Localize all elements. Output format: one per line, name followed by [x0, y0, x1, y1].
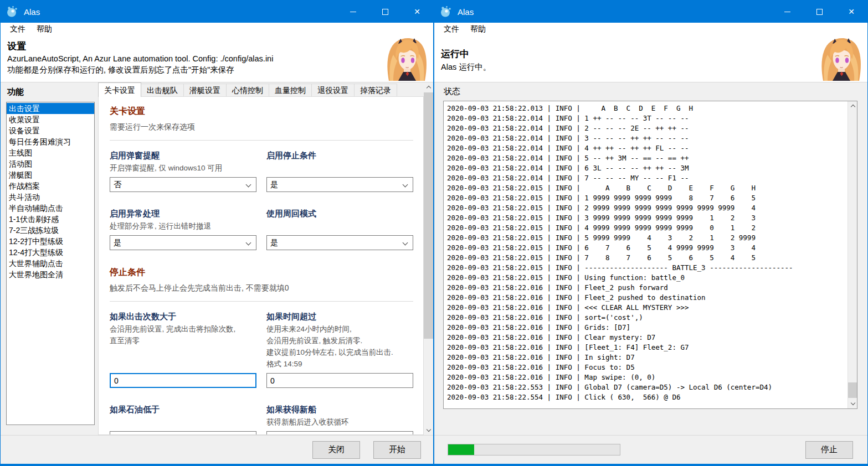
- log-time: 2020-09-03 21:58:22.015: [447, 234, 543, 242]
- titlebar[interactable]: Alas ✕: [434, 1, 867, 23]
- header-description-1: AzurLaneAutoScript, An Azur Lane automat…: [7, 54, 433, 63]
- maximize-button[interactable]: [803, 1, 835, 23]
- log-time: 2020-09-03 21:58:22.014: [447, 174, 543, 182]
- function-listbox[interactable]: 出击设置收菜设置设备设置每日任务困难演习主线图活动图潜艇图作战档案共斗活动半自动…: [6, 102, 95, 425]
- tab[interactable]: 潜艇设置: [183, 84, 227, 97]
- maximize-button[interactable]: [369, 1, 401, 23]
- menu-help[interactable]: 帮助: [31, 23, 58, 35]
- menu-file[interactable]: 文件: [438, 23, 465, 35]
- if-oil-label: 如果石油低于: [110, 403, 256, 415]
- sidebar-item[interactable]: 每日任务困难演习: [7, 136, 94, 147]
- minimize-button[interactable]: [771, 1, 803, 23]
- tab[interactable]: 出击舰队: [141, 84, 184, 97]
- tab[interactable]: 血量控制: [269, 84, 312, 97]
- log-line: 2020-09-03 21:58:22.553 | INFO | Global …: [447, 382, 844, 392]
- if-new-ship-select[interactable]: 否: [266, 431, 413, 435]
- menu-help[interactable]: 帮助: [465, 23, 491, 35]
- scroll-thumb[interactable]: [848, 382, 857, 398]
- log-time: 2020-09-03 21:58:22.015: [447, 263, 543, 272]
- if-new-ship-desc: 获得新船后进入收获循环: [266, 416, 413, 428]
- log-separator: |: [572, 184, 585, 192]
- sidebar-item[interactable]: 设备设置: [7, 125, 94, 136]
- enable-popup-select[interactable]: 否: [110, 177, 256, 192]
- log-separator: |: [572, 124, 585, 132]
- sidebar-item[interactable]: 1-1伏击刷好感: [7, 214, 94, 225]
- log-time: 2020-09-03 21:58:22.015: [447, 253, 543, 262]
- log-message: Fleet_2 push forward: [584, 283, 668, 292]
- tab[interactable]: 关卡设置: [98, 82, 141, 97]
- start-button[interactable]: 开始: [373, 441, 421, 459]
- log-line: 2020-09-03 21:58:22.014 | INFO | 4 ++ ++…: [447, 143, 844, 153]
- log-message: A B C D E F G H: [584, 184, 756, 192]
- sidebar-item[interactable]: 7-2三战拣垃圾: [7, 225, 94, 236]
- log-message: Focus to: D5: [584, 363, 634, 371]
- log-level: INFO: [556, 353, 572, 361]
- log-separator: |: [572, 154, 585, 162]
- loop-mode-select[interactable]: 是: [266, 235, 413, 250]
- log-time: 2020-09-03 21:58:22.015: [447, 214, 543, 222]
- log-level: INFO: [556, 323, 572, 332]
- tab[interactable]: 掉落记录: [354, 84, 397, 97]
- scroll-up-button[interactable]: [424, 82, 433, 92]
- menu-file[interactable]: 文件: [4, 23, 31, 35]
- enable-stop-select[interactable]: 是: [266, 177, 413, 192]
- sidebar-item[interactable]: 主线图: [7, 147, 94, 158]
- log-level: INFO: [556, 293, 572, 302]
- log-message: Click ( 630, 566) @ D6: [584, 393, 680, 401]
- log-separator: |: [572, 353, 585, 361]
- log-level: INFO: [556, 303, 572, 312]
- sidebar-item[interactable]: 大世界辅助点击: [7, 258, 94, 269]
- log-separator: |: [543, 124, 556, 132]
- sidebar-item[interactable]: 收菜设置: [7, 114, 94, 125]
- tab[interactable]: 退役设置: [311, 84, 355, 97]
- log-message: Grids: [D7]: [584, 323, 630, 332]
- log-separator: |: [572, 393, 585, 401]
- chevron-down-icon: [426, 427, 430, 432]
- sidebar-item[interactable]: 半自动辅助点击: [7, 203, 94, 214]
- sidebar-item[interactable]: 12-4打大型练级: [7, 247, 94, 258]
- sidebar-item[interactable]: 作战档案: [7, 180, 94, 191]
- if-time-input[interactable]: [266, 373, 413, 388]
- if-count-input[interactable]: [110, 373, 256, 388]
- log-output[interactable]: 2020-09-03 21:58:22.013 | INFO | A B C D…: [443, 101, 857, 409]
- scroll-down-button[interactable]: [424, 426, 433, 435]
- sidebar-item[interactable]: 出击设置: [7, 103, 94, 114]
- window-title: Alas: [458, 7, 474, 17]
- stop-button[interactable]: 停止: [805, 441, 853, 459]
- log-separator: |: [572, 204, 585, 212]
- log-separator: |: [572, 333, 585, 341]
- log-separator: |: [543, 383, 556, 391]
- close-window-button[interactable]: 关闭: [312, 441, 360, 459]
- log-separator: |: [543, 194, 556, 202]
- settings-scrollbar[interactable]: [424, 82, 433, 435]
- titlebar[interactable]: Alas ✕: [1, 1, 433, 23]
- log-separator: |: [572, 273, 585, 282]
- log-separator: |: [572, 164, 585, 172]
- sidebar-item[interactable]: 潜艇图: [7, 169, 94, 180]
- scroll-down-button[interactable]: [848, 399, 857, 408]
- close-button[interactable]: ✕: [835, 1, 867, 23]
- sidebar-item[interactable]: 活动图: [7, 158, 94, 169]
- if-oil-input[interactable]: [110, 431, 256, 435]
- sidebar-item[interactable]: 大世界地图全清: [7, 269, 94, 280]
- scroll-thumb[interactable]: [424, 92, 433, 339]
- sidebar-item[interactable]: 12-2打中型练级: [7, 236, 94, 247]
- maximize-icon: [382, 9, 388, 15]
- log-separator: |: [543, 224, 556, 232]
- log-line: 2020-09-03 21:58:22.016 | INFO | Clear m…: [447, 333, 844, 343]
- exception-select[interactable]: 是: [110, 235, 256, 250]
- tab[interactable]: 心情控制: [226, 84, 269, 97]
- minimize-button[interactable]: [337, 1, 369, 23]
- log-level: INFO: [556, 204, 572, 212]
- log-time: 2020-09-03 21:58:22.554: [447, 393, 543, 401]
- close-button[interactable]: ✕: [401, 1, 433, 23]
- log-separator: |: [572, 144, 585, 152]
- header-description-2: 功能都是分别保存和运行的, 修改设置后别忘了点击"开始"来保存: [7, 65, 433, 75]
- maximize-icon: [816, 9, 823, 15]
- sidebar-item[interactable]: 共斗活动: [7, 191, 94, 203]
- scroll-up-button[interactable]: [848, 101, 857, 111]
- log-message: Fleet_2 pushed to destination: [584, 293, 705, 302]
- log-scrollbar[interactable]: [848, 101, 857, 408]
- log-separator: |: [543, 353, 556, 361]
- log-time: 2020-09-03 21:58:22.015: [447, 224, 543, 232]
